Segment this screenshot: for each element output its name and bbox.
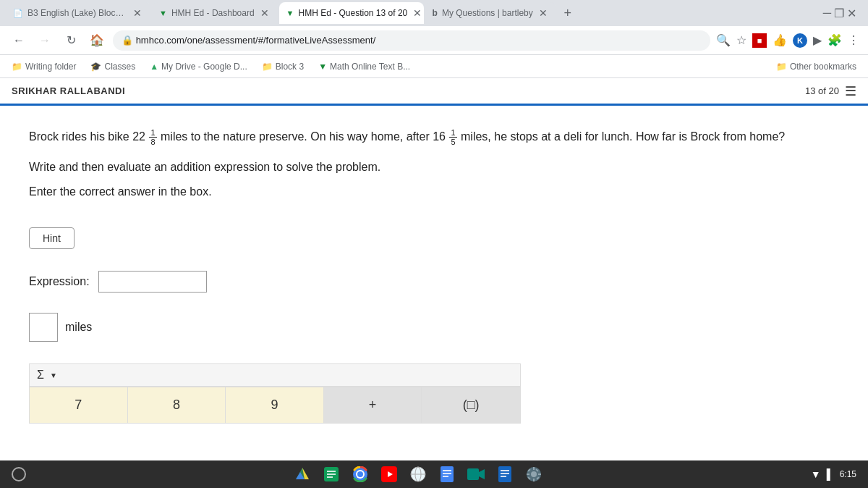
svg-rect-6 (327, 476, 333, 478)
tab2-close[interactable]: ✕ (259, 6, 271, 20)
close-button[interactable]: ✕ (847, 7, 856, 20)
home-button[interactable]: 🏠 (87, 30, 107, 51)
taskbar-right: ▼ ▌ 6:15 (811, 468, 856, 480)
fraction1: 1 8 (148, 128, 157, 146)
url-bar[interactable]: 🔒 hmhco.com/one/assessment/#/formativeLi… (113, 30, 710, 51)
tab2-label: HMH Ed - Dashboard (171, 8, 255, 18)
answer-row: miles (29, 313, 839, 342)
classes-icon: 🎓 (90, 62, 101, 72)
key-8[interactable]: 8 (128, 387, 226, 423)
tab4-close[interactable]: ✕ (537, 6, 549, 20)
q-text-part1: Brock rides his bike 22 (29, 130, 145, 143)
reload-button[interactable]: ↻ (61, 30, 81, 51)
browser-chrome: 📄 B3 English (Lake) Block 3 (2020... ✕ ▼… (0, 0, 868, 78)
math-keyboard: Σ ▼ 7 8 9 + (□) (29, 363, 521, 424)
extension1-icon[interactable]: ■ (752, 33, 767, 48)
tab-2[interactable]: ▼ HMH Ed - Dashboard ✕ (152, 2, 278, 24)
svg-rect-19 (467, 468, 479, 480)
expression-row: Expression: (29, 271, 839, 293)
extension2-icon[interactable]: 👍 (773, 33, 787, 47)
tab4-favicon: b (433, 8, 438, 18)
question-body: Brock rides his bike 22 1 8 miles to the… (0, 106, 868, 445)
wifi-icon: ▼ (811, 468, 821, 480)
svg-rect-5 (327, 474, 336, 475)
taskbar-docs2-icon[interactable] (495, 464, 515, 484)
box-instruction: Enter the correct answer in the box. (29, 185, 839, 198)
bookmark-star-icon[interactable]: ☆ (736, 33, 746, 47)
taskbar-chrome-icon[interactable] (350, 464, 370, 484)
forward-button[interactable]: → (35, 30, 55, 51)
tab1-favicon: 📄 (13, 9, 23, 18)
url-text: hmhco.com/one/assessment/#/formativeLive… (136, 35, 376, 46)
bookmark-classes-label: Classes (104, 62, 135, 72)
taskbar-youtube-icon[interactable] (379, 464, 399, 484)
q-text-part3: miles, he stops at a deli for lunch. How… (461, 130, 785, 143)
question-list-icon[interactable]: ☰ (845, 83, 856, 99)
taskbar-drive-icon[interactable] (292, 464, 312, 484)
taskbar-meet-icon[interactable] (466, 464, 486, 484)
answer-input[interactable] (29, 313, 58, 342)
key-9[interactable]: 9 (226, 387, 324, 423)
key-placeholder[interactable]: (□) (422, 387, 520, 423)
taskbar-circle[interactable] (12, 467, 26, 481)
question-counter: 13 of 20 ☰ (805, 83, 856, 99)
svg-rect-4 (327, 471, 336, 472)
new-tab-button[interactable]: + (558, 3, 578, 23)
taskbar-settings-icon[interactable] (524, 464, 544, 484)
svg-rect-22 (501, 470, 509, 471)
taskbar: ▼ ▌ 6:15 (0, 460, 868, 488)
taskbar-docs-icon[interactable] (437, 464, 457, 484)
svg-point-26 (531, 471, 537, 477)
tab-1[interactable]: 📄 B3 English (Lake) Block 3 (2020... ✕ (6, 2, 150, 24)
tab2-favicon: ▼ (159, 9, 167, 17)
lock-icon: 🔒 (122, 35, 133, 46)
bookmarks-bar: 📁 Writing folder 🎓 Classes ▲ My Drive - … (0, 55, 868, 78)
block-icon: 📁 (262, 62, 273, 72)
svg-rect-30 (538, 474, 541, 475)
tab3-close[interactable]: ✕ (412, 6, 423, 20)
drive-icon: ▲ (150, 62, 158, 72)
extension4-icon[interactable]: ▶ (813, 33, 822, 47)
svg-rect-18 (443, 476, 448, 477)
q-text-part2: miles to the nature preserve. On his way… (161, 130, 446, 143)
tab-3[interactable]: ▼ HMH Ed - Question 13 of 20 ✕ (279, 2, 424, 24)
bookmark-drive[interactable]: ▲ My Drive - Google D... (144, 59, 253, 75)
bookmark-block3[interactable]: 📁 Block 3 (256, 59, 310, 75)
bookmark-classes[interactable]: 🎓 Classes (85, 59, 141, 75)
folder-other-icon: 📁 (776, 62, 787, 72)
key-7[interactable]: 7 (30, 387, 128, 423)
fraction2-display: 1 5 (449, 128, 456, 146)
expression-input[interactable] (98, 271, 207, 293)
svg-marker-20 (479, 469, 485, 479)
window-controls: ─ ❐ ✕ (823, 7, 862, 20)
hint-button[interactable]: Hint (29, 227, 75, 249)
address-bar: ← → ↻ 🏠 🔒 hmhco.com/one/assessment/#/for… (0, 26, 868, 55)
student-name: SRIKHAR RALLABANDI (12, 85, 125, 96)
address-icons: 🔍 ☆ ■ 👍 K ▶ 🧩 ⋮ (716, 33, 859, 48)
tab1-label: B3 English (Lake) Block 3 (2020... (27, 8, 127, 18)
menu-icon[interactable]: ⋮ (848, 33, 859, 47)
taskbar-center (292, 464, 544, 484)
bookmark-math[interactable]: ▼ Math Online Text B... (312, 59, 416, 75)
sigma-icon: Σ (37, 369, 44, 382)
extensions-icon[interactable]: 🧩 (827, 33, 842, 47)
bookmark-other[interactable]: 📁 Other bookmarks (770, 59, 862, 75)
keyboard-grid: 7 8 9 + (□) (30, 387, 520, 423)
tab1-close[interactable]: ✕ (132, 6, 143, 20)
expression-label: Expression: (29, 275, 90, 288)
folder-icon: 📁 (12, 62, 22, 72)
bookmark-writing-folder[interactable]: 📁 Writing folder (6, 59, 82, 75)
svg-rect-28 (533, 479, 535, 481)
key-plus[interactable]: + (324, 387, 422, 423)
tab-4[interactable]: b My Questions | bartleby ✕ (425, 2, 556, 24)
restore-button[interactable]: ❐ (834, 7, 844, 20)
keyboard-dropdown-arrow[interactable]: ▼ (50, 371, 57, 379)
taskbar-sheets-icon[interactable] (321, 464, 341, 484)
battery-icon: ▌ (827, 468, 834, 480)
extension3-icon[interactable]: K (793, 33, 807, 48)
search-icon[interactable]: 🔍 (716, 33, 731, 47)
back-button[interactable]: ← (9, 30, 29, 51)
tab3-label: HMH Ed - Question 13 of 20 (299, 8, 408, 18)
minimize-button[interactable]: ─ (823, 7, 831, 20)
taskbar-earth-icon[interactable] (408, 464, 428, 484)
